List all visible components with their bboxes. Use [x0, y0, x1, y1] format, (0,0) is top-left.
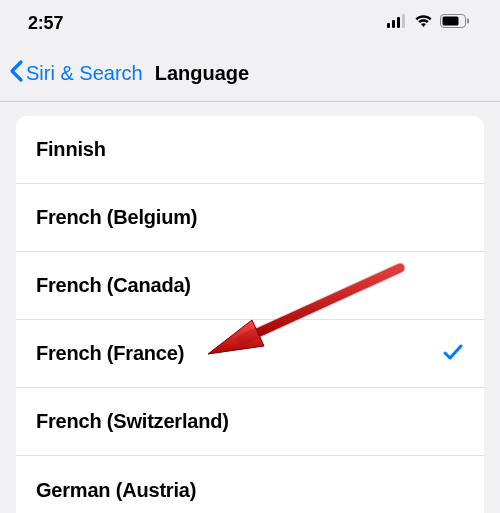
svg-rect-1	[392, 20, 395, 28]
list-item-label: French (France)	[36, 342, 184, 365]
language-list: Finnish French (Belgium) French (Canada)…	[16, 116, 484, 513]
wifi-icon	[414, 14, 433, 32]
checkmark-icon	[442, 341, 464, 367]
svg-rect-3	[402, 14, 405, 28]
cellular-signal-icon	[387, 14, 407, 32]
svg-rect-5	[443, 17, 459, 26]
language-item-french-switzerland[interactable]: French (Switzerland)	[16, 388, 484, 456]
page-title: Language	[155, 62, 249, 85]
language-item-french-canada[interactable]: French (Canada)	[16, 252, 484, 320]
language-item-german-austria[interactable]: German (Austria)	[16, 456, 484, 513]
language-item-french-belgium[interactable]: French (Belgium)	[16, 184, 484, 252]
status-bar: 2:57	[0, 0, 500, 46]
svg-rect-0	[387, 23, 390, 28]
language-item-french-france[interactable]: French (France)	[16, 320, 484, 388]
back-button[interactable]: Siri & Search	[8, 59, 143, 88]
list-item-label: French (Canada)	[36, 274, 191, 297]
list-item-label: French (Switzerland)	[36, 410, 229, 433]
list-item-label: German (Austria)	[36, 479, 196, 502]
status-icons	[387, 14, 470, 32]
list-item-label: French (Belgium)	[36, 206, 197, 229]
svg-rect-2	[397, 17, 400, 28]
list-item-label: Finnish	[36, 138, 106, 161]
svg-rect-6	[467, 19, 469, 24]
battery-icon	[440, 14, 470, 32]
nav-bar: Siri & Search Language	[0, 46, 500, 102]
language-item-finnish[interactable]: Finnish	[16, 116, 484, 184]
chevron-left-icon	[8, 59, 24, 88]
status-time: 2:57	[28, 13, 63, 34]
content-area: Finnish French (Belgium) French (Canada)…	[0, 102, 500, 513]
back-label: Siri & Search	[26, 62, 143, 85]
